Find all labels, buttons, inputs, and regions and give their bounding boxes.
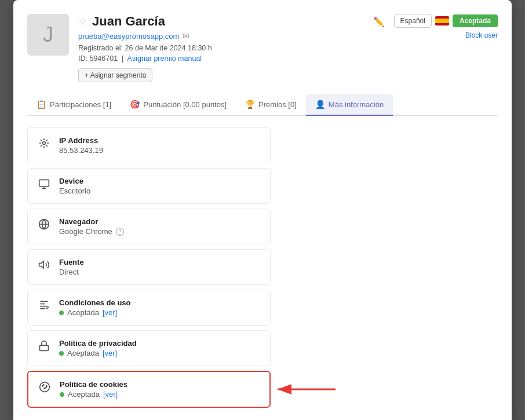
flag-icon	[435, 16, 449, 25]
privacy-label: Política de privacidad	[59, 339, 261, 348]
svg-point-15	[46, 386, 48, 387]
svg-point-0	[43, 142, 46, 145]
user-name: Juan García	[92, 14, 369, 29]
terms-content: Condiciones de uso Aceptada [ver]	[59, 298, 261, 317]
user-id: ID: 5946701	[78, 54, 118, 63]
cookies-label: Política de cookies	[60, 380, 260, 389]
svg-rect-11	[40, 345, 49, 350]
privacy-value-row: Aceptada [ver]	[59, 349, 261, 357]
tabs: 📋 Participaciones [1] 🎯 Puntuación [0.00…	[27, 94, 498, 116]
id-row: ID: 5946701 | Asignar premio manual	[78, 54, 385, 63]
svg-rect-1	[39, 180, 49, 187]
tab-mas-informacion[interactable]: 👤 Más información	[306, 94, 393, 116]
info-item-device: Device Escritorio	[27, 168, 271, 204]
user-card: J ☆ Juan García ✏️ prueba@easypromosapp.…	[13, 0, 512, 420]
email-row: prueba@easypromosapp.com ✉	[78, 31, 385, 41]
browser-icon	[37, 218, 51, 233]
mas-info-icon: 👤	[315, 100, 325, 109]
browser-value: Google Chrome	[59, 227, 112, 236]
svg-point-14	[44, 388, 45, 389]
privacy-icon	[37, 340, 51, 355]
edit-icon[interactable]: ✏️	[373, 16, 385, 27]
device-label: Device	[59, 177, 261, 185]
puntuacion-icon: 🎯	[130, 100, 140, 109]
registered-date: Registrado el: 26 de Mar de 2024 18:30 h	[78, 44, 385, 52]
cookies-icon	[38, 381, 52, 396]
user-header: J ☆ Juan García ✏️ prueba@easypromosapp.…	[27, 14, 498, 82]
browser-content: Navegador Google Chrome ?	[59, 217, 261, 236]
privacy-status-dot	[59, 351, 64, 356]
tab-puntuacion[interactable]: 🎯 Puntuación [0.00 puntos]	[121, 94, 236, 116]
svg-marker-6	[39, 261, 44, 268]
language-button[interactable]: Español	[394, 14, 432, 28]
info-item-privacy: Política de privacidad Aceptada [ver]	[27, 330, 271, 366]
email-link[interactable]: prueba@easypromosapp.com	[78, 32, 179, 41]
privacy-content: Política de privacidad Aceptada [ver]	[59, 339, 261, 357]
svg-point-12	[40, 382, 50, 392]
svg-point-17	[46, 387, 46, 388]
header-right: Español Aceptada Block user	[394, 14, 498, 39]
lang-row: Español Aceptada	[394, 14, 498, 28]
cookies-ver-link[interactable]: [ver]	[103, 390, 118, 399]
svg-point-13	[42, 386, 43, 387]
help-icon[interactable]: ?	[116, 228, 124, 236]
info-item-terms: Condiciones de uso Aceptada [ver]	[27, 290, 271, 326]
favorite-icon[interactable]: ☆	[78, 15, 88, 28]
info-item-ip: IP Address 85.53.243.19	[27, 127, 271, 163]
block-user-link[interactable]: Block user	[465, 31, 498, 39]
tab-participaciones[interactable]: 📋 Participaciones [1]	[27, 94, 121, 116]
info-item-cookies: Política de cookies Aceptada [ver]	[27, 371, 271, 408]
terms-label: Condiciones de uso	[59, 298, 261, 307]
info-list: IP Address 85.53.243.19 Device Escritori…	[27, 127, 498, 412]
tab-premios[interactable]: 🏆 Premios [0]	[236, 94, 306, 116]
ip-content: IP Address 85.53.243.19	[59, 136, 261, 155]
source-value: Direct	[59, 268, 261, 276]
cookies-status-dot	[60, 392, 64, 397]
info-item-source: Fuente Direct	[27, 249, 271, 285]
premios-icon: 🏆	[245, 100, 255, 109]
svg-point-16	[43, 384, 44, 385]
device-value: Escritorio	[59, 187, 261, 195]
avatar: J	[27, 14, 69, 56]
terms-icon	[37, 300, 51, 314]
email-icon: ✉	[183, 31, 189, 41]
privacy-ver-link[interactable]: [ver]	[103, 349, 117, 357]
cookies-content: Política de cookies Aceptada [ver]	[60, 380, 260, 399]
device-content: Device Escritorio	[59, 177, 261, 195]
arrow-annotation	[272, 378, 341, 403]
browser-value-row: Google Chrome ?	[59, 227, 261, 236]
manual-prize-link[interactable]: Asignar premio manual	[127, 54, 202, 63]
source-label: Fuente	[59, 258, 261, 266]
cookies-value-row: Aceptada [ver]	[60, 390, 260, 399]
source-content: Fuente Direct	[59, 258, 261, 276]
terms-status: Aceptada	[67, 308, 99, 317]
header-info: ☆ Juan García ✏️ prueba@easypromosapp.co…	[78, 14, 385, 82]
ip-value: 85.53.243.19	[59, 146, 261, 155]
browser-label: Navegador	[59, 217, 261, 226]
status-badge: Aceptada	[453, 14, 498, 27]
ip-label: IP Address	[59, 136, 261, 145]
device-icon	[37, 178, 51, 192]
privacy-status: Aceptada	[67, 349, 99, 357]
terms-value-row: Aceptada [ver]	[59, 308, 261, 317]
name-row: ☆ Juan García ✏️	[78, 14, 385, 29]
source-icon	[37, 259, 51, 273]
info-item-browser: Navegador Google Chrome ?	[27, 209, 271, 244]
cookies-status: Aceptada	[68, 390, 100, 399]
ip-icon	[37, 137, 51, 152]
terms-status-dot	[59, 311, 64, 315]
participaciones-icon: 📋	[37, 100, 46, 109]
assign-segment-button[interactable]: + Asignar segmento	[78, 68, 152, 82]
terms-ver-link[interactable]: [ver]	[103, 308, 117, 317]
